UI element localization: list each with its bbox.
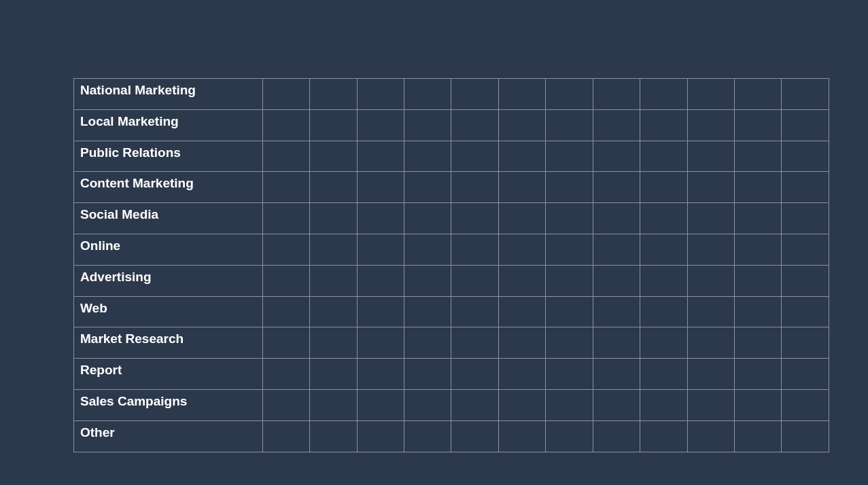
- table-cell: [546, 203, 593, 234]
- table-cell: [357, 389, 404, 420]
- table-cell: [640, 296, 687, 327]
- table-cell: [593, 109, 640, 141]
- row-label: Market Research: [74, 327, 263, 359]
- table-cell: [782, 109, 829, 141]
- table-cell: [687, 172, 734, 203]
- table-cell: [262, 203, 309, 234]
- table-cell: [404, 296, 451, 327]
- table-cell: [404, 234, 451, 265]
- table-cell: [262, 389, 309, 420]
- table-cell: [404, 172, 451, 203]
- table-row: Report: [74, 359, 829, 390]
- table-cell: [262, 109, 309, 141]
- table-cell: [782, 296, 829, 327]
- table-cell: [687, 234, 734, 265]
- table-row: Advertising: [74, 265, 829, 296]
- table-cell: [310, 389, 357, 420]
- table-cell: [546, 359, 593, 390]
- table-cell: [640, 203, 687, 234]
- table-cell: [498, 172, 545, 203]
- table-cell: [262, 141, 309, 172]
- table-cell: [593, 234, 640, 265]
- table-cell: [687, 109, 734, 141]
- table-cell: [687, 141, 734, 172]
- table-row: Sales Campaigns: [74, 389, 829, 420]
- table-cell: [498, 420, 545, 452]
- table-cell: [687, 359, 734, 390]
- marketing-table: National Marketing Local Marketing: [73, 78, 829, 452]
- row-label: Advertising: [74, 265, 263, 296]
- table-cell: [782, 327, 829, 359]
- table-cell: [451, 359, 498, 390]
- table-row: Market Research: [74, 327, 829, 359]
- table-cell: [498, 389, 545, 420]
- table-cell: [451, 172, 498, 203]
- row-label: Report: [74, 359, 263, 390]
- table-cell: [735, 234, 782, 265]
- table-cell: [451, 234, 498, 265]
- table-cell: [404, 359, 451, 390]
- table-cell: [451, 109, 498, 141]
- table-cell: [546, 265, 593, 296]
- table-cell: [640, 172, 687, 203]
- table-cell: [687, 327, 734, 359]
- table-cell: [451, 389, 498, 420]
- table-cell: [782, 389, 829, 420]
- table-cell: [404, 420, 451, 452]
- table-cell: [593, 79, 640, 110]
- table-cell: [687, 203, 734, 234]
- table-cell: [687, 420, 734, 452]
- table-cell: [404, 265, 451, 296]
- table-cell: [735, 327, 782, 359]
- table-cell: [404, 109, 451, 141]
- table-cell: [262, 420, 309, 452]
- table-cell: [640, 79, 687, 110]
- table-cell: [593, 327, 640, 359]
- row-label: Sales Campaigns: [74, 389, 263, 420]
- table-cell: [640, 389, 687, 420]
- table-cell: [357, 141, 404, 172]
- table-cell: [357, 327, 404, 359]
- table-cell: [735, 203, 782, 234]
- table-cell: [687, 296, 734, 327]
- table-cell: [357, 109, 404, 141]
- table-cell: [262, 172, 309, 203]
- table-row: Web: [74, 296, 829, 327]
- table-body: National Marketing Local Marketing: [74, 79, 829, 452]
- table-row: Social Media: [74, 203, 829, 234]
- table-cell: [262, 359, 309, 390]
- table-cell: [498, 79, 545, 110]
- table-row: National Marketing: [74, 79, 829, 110]
- table-cell: [593, 359, 640, 390]
- table-cell: [498, 234, 545, 265]
- table-cell: [546, 327, 593, 359]
- table-cell: [310, 234, 357, 265]
- table-row: Other: [74, 420, 829, 452]
- table-cell: [782, 234, 829, 265]
- table-cell: [640, 141, 687, 172]
- table-cell: [782, 141, 829, 172]
- table-cell: [451, 79, 498, 110]
- table-cell: [451, 420, 498, 452]
- table-cell: [735, 296, 782, 327]
- table-cell: [546, 79, 593, 110]
- table-cell: [640, 327, 687, 359]
- table-cell: [546, 420, 593, 452]
- table-cell: [687, 265, 734, 296]
- row-label: Social Media: [74, 203, 263, 234]
- table-cell: [404, 203, 451, 234]
- row-label: Online: [74, 234, 263, 265]
- table-cell: [357, 359, 404, 390]
- table-cell: [640, 265, 687, 296]
- table-cell: [640, 420, 687, 452]
- table-cell: [310, 359, 357, 390]
- table-cell: [735, 420, 782, 452]
- table-cell: [262, 296, 309, 327]
- table-cell: [357, 203, 404, 234]
- table-cell: [310, 296, 357, 327]
- table-row: Public Relations: [74, 141, 829, 172]
- table-row: Content Marketing: [74, 172, 829, 203]
- table-cell: [357, 172, 404, 203]
- table-cell: [310, 265, 357, 296]
- table-cell: [498, 203, 545, 234]
